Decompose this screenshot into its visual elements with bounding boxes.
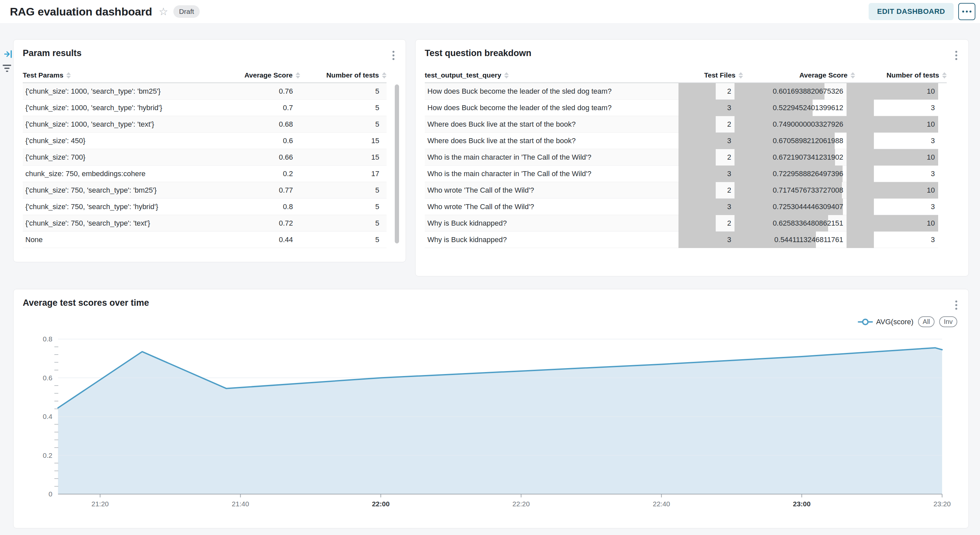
- table-row[interactable]: Who wrote 'The Call of the Wild'?20.7174…: [425, 182, 938, 198]
- column-header-number-of-tests[interactable]: Number of tests: [855, 71, 947, 79]
- edit-dashboard-button[interactable]: EDIT DASHBOARD: [869, 3, 954, 20]
- scrollbar-thumb[interactable]: [395, 85, 399, 243]
- cell-test-params: {'chunk_size': 750, 'search_type': 'hybr…: [23, 203, 246, 211]
- table-row[interactable]: {'chunk_size': 1000, 'search_type': 'hyb…: [23, 100, 387, 116]
- filter-icon[interactable]: [2, 65, 12, 72]
- cell-number-of-tests: 5: [300, 203, 387, 211]
- y-axis-label: 0.8: [43, 335, 52, 343]
- table-row[interactable]: None0.445: [23, 232, 387, 248]
- favorite-star-icon[interactable]: ☆: [159, 6, 169, 17]
- left-gutter: [2, 50, 13, 72]
- cell-test-files: 2: [678, 149, 735, 166]
- table-scrollbar[interactable]: [395, 84, 399, 247]
- cell-number-of-tests: 3: [846, 232, 938, 248]
- cell-test-query: How does Buck become the leader of the s…: [425, 87, 678, 96]
- cell-test-files: 3: [678, 100, 735, 116]
- x-axis-label: 23:20: [934, 500, 951, 508]
- cell-number-of-tests: 15: [300, 137, 387, 145]
- y-axis-label: 0: [48, 490, 52, 498]
- table-row[interactable]: Where does Buck live at the start of the…: [425, 133, 938, 149]
- card-title: Param results: [23, 48, 82, 58]
- panel-menu-icon[interactable]: [954, 299, 959, 311]
- table-row[interactable]: {'chunk_size': 450}0.615: [23, 133, 387, 149]
- cell-average-score: 0.7174576733727008: [735, 182, 846, 198]
- cell-average-score: 0.7: [246, 104, 300, 112]
- table-row[interactable]: Why is Buck kidnapped?20.625833648086215…: [425, 215, 938, 232]
- legend-inv-button[interactable]: Inv: [939, 316, 957, 327]
- panel-menu-icon[interactable]: [954, 50, 959, 61]
- table-row[interactable]: Who wrote 'The Call of the Wild'?30.7253…: [425, 198, 938, 215]
- cell-test-query: Who wrote 'The Call of the Wild'?: [425, 186, 678, 195]
- param-results-table: Test Params Average Score Number of test…: [23, 68, 396, 248]
- column-header-test-query[interactable]: test_output_test_query: [425, 71, 687, 79]
- table-row[interactable]: {'chunk_size': 750, 'search_type': 'text…: [23, 215, 387, 232]
- sort-icon[interactable]: [504, 72, 509, 78]
- cell-number-of-tests: 5: [300, 186, 387, 195]
- ellipsis-icon: [962, 11, 964, 13]
- table-row[interactable]: Where does Buck live at the start of the…: [425, 116, 938, 133]
- legend-all-button[interactable]: All: [918, 316, 934, 327]
- cell-test-params: {'chunk_size': 1000, 'search_type': 'tex…: [23, 120, 246, 129]
- cell-number-of-tests: 17: [300, 169, 387, 178]
- expand-panel-arrow-icon[interactable]: [4, 50, 13, 58]
- cell-average-score: 0.8: [246, 203, 300, 211]
- cell-average-score: 0.6: [246, 137, 300, 145]
- panel-menu-icon[interactable]: [391, 50, 396, 61]
- sort-icon[interactable]: [738, 72, 743, 78]
- column-header-average-score[interactable]: Average Score: [743, 71, 855, 79]
- table-row[interactable]: How does Buck become the leader of the s…: [425, 83, 938, 100]
- more-options-button[interactable]: [958, 3, 975, 20]
- table-row[interactable]: How does Buck become the leader of the s…: [425, 100, 938, 116]
- cell-number-of-tests: 10: [846, 116, 938, 133]
- cell-test-query: Where does Buck live at the start of the…: [425, 120, 678, 129]
- cell-number-of-tests: 10: [846, 149, 938, 166]
- column-header-average-score[interactable]: Average Score: [246, 71, 300, 79]
- cell-average-score: 0.6258336480862151: [735, 215, 846, 232]
- table-row[interactable]: {'chunk_size': 750, 'search_type': 'hybr…: [23, 198, 387, 215]
- cell-number-of-tests: 5: [300, 120, 387, 129]
- dashboard-header: RAG evaluation dashboard ☆ Draft EDIT DA…: [0, 0, 980, 23]
- chart-area-fill: [58, 348, 942, 494]
- cell-test-params: {'chunk_size': 750, 'search_type': 'bm25…: [23, 186, 246, 195]
- cell-test-query: How does Buck become the leader of the s…: [425, 104, 678, 112]
- sort-icon[interactable]: [296, 72, 300, 78]
- cell-test-query: Where does Buck live at the start of the…: [425, 137, 678, 145]
- y-axis-label: 0.4: [43, 413, 53, 420]
- table-row[interactable]: {'chunk_size': 1000, 'search_type': 'bm2…: [23, 83, 387, 100]
- cell-test-params: {'chunk_size': 750, 'search_type': 'text…: [23, 219, 246, 228]
- table-row[interactable]: Who is the main character in 'The Call o…: [425, 149, 938, 166]
- cell-test-params: None: [23, 235, 246, 244]
- table-row[interactable]: chunk_size: 750, embeddings:cohere0.217: [23, 166, 387, 182]
- cell-number-of-tests: 15: [300, 153, 387, 161]
- column-header-number-of-tests[interactable]: Number of tests: [300, 71, 387, 79]
- cell-average-score: 0.2: [246, 169, 300, 178]
- dashboard-page: RAG evaluation dashboard ☆ Draft EDIT DA…: [0, 0, 980, 535]
- cell-average-score: 0.66: [246, 153, 300, 161]
- avg-score-area-chart[interactable]: 00.20.40.60.821:2021:4022:0022:2022:4023…: [14, 329, 969, 527]
- table-row[interactable]: {'chunk_size': 1000, 'search_type': 'tex…: [23, 116, 387, 133]
- table-row[interactable]: Who is the main character in 'The Call o…: [425, 166, 938, 182]
- cell-number-of-tests: 3: [846, 198, 938, 215]
- column-header-test-files[interactable]: Test Files: [687, 71, 743, 79]
- table-row[interactable]: {'chunk_size': 700}0.6615: [23, 149, 387, 166]
- cell-average-score: 0.7253044446309407: [735, 198, 846, 215]
- sort-icon[interactable]: [66, 72, 71, 78]
- cell-test-params: {'chunk_size': 700}: [23, 153, 246, 161]
- x-axis-label: 21:40: [232, 500, 249, 508]
- question-breakdown-table: test_output_test_query Test Files Averag…: [425, 68, 959, 248]
- card-title: Average test scores over time: [23, 298, 149, 308]
- column-header-test-params[interactable]: Test Params: [23, 71, 246, 79]
- cell-number-of-tests: 10: [846, 83, 938, 100]
- sort-icon[interactable]: [851, 72, 855, 78]
- table-row[interactable]: {'chunk_size': 750, 'search_type': 'bm25…: [23, 182, 387, 198]
- sort-icon[interactable]: [382, 72, 387, 78]
- table-row[interactable]: Why is Buck kidnapped?30.544111324681176…: [425, 232, 938, 248]
- x-axis-label: 21:20: [91, 500, 109, 508]
- cell-test-files: 3: [678, 198, 735, 215]
- cell-test-files: 2: [678, 83, 735, 100]
- sort-icon[interactable]: [942, 72, 947, 78]
- status-badge: Draft: [173, 5, 200, 18]
- x-axis-label: 22:40: [653, 500, 670, 508]
- cell-test-params: {'chunk_size': 1000, 'search_type': 'bm2…: [23, 87, 246, 96]
- legend-item-avg-score[interactable]: AVG(score): [858, 318, 913, 326]
